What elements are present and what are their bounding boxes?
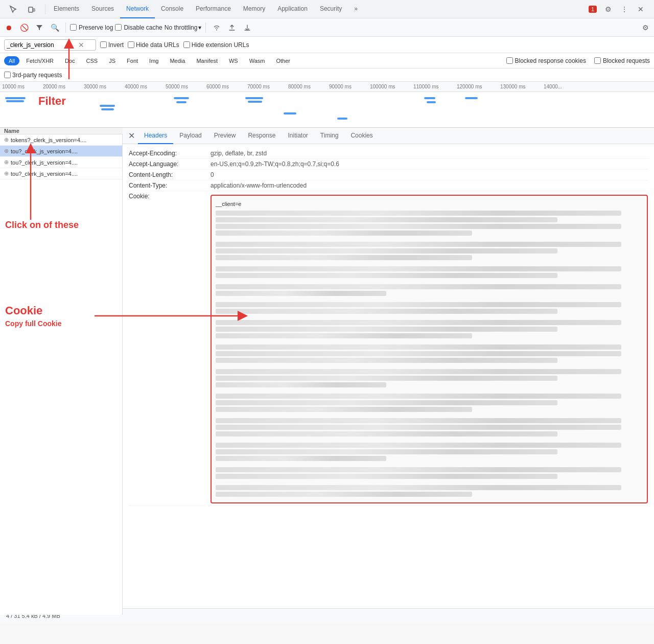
type-btn-manifest[interactable]: Manifest xyxy=(192,56,222,65)
request-item-2[interactable]: ⊕ tou?_clerk_js_version=4.... xyxy=(0,157,122,168)
cookie-blur-24 xyxy=(216,400,557,405)
cookie-first-line: __client=e xyxy=(216,200,643,209)
filter-row: ✕ Invert Hide data URLs Hide extension U… xyxy=(0,37,654,53)
filter-icon-button[interactable] xyxy=(33,21,46,34)
cookie-value-area: __client=e xyxy=(211,193,648,503)
type-btn-ws[interactable]: WS xyxy=(224,56,243,65)
tab-more[interactable]: » xyxy=(348,0,364,18)
request-icon-1: ⊕ xyxy=(4,148,9,154)
timeline-bar-1 xyxy=(5,97,26,99)
timeline-content[interactable] xyxy=(0,92,654,128)
header-value-accept-encoding: gzip, deflate, br, zstd xyxy=(211,150,648,157)
third-party-checkbox[interactable]: 3rd-party requests xyxy=(4,72,62,79)
mark-6: 60000 ms xyxy=(206,84,247,89)
mark-12: 120000 ms xyxy=(457,84,500,89)
tab-memory[interactable]: Memory xyxy=(237,0,271,18)
request-item-3[interactable]: ⊕ tou?_clerk_js_version=4.... xyxy=(0,168,122,179)
download-icon-button[interactable] xyxy=(241,21,254,34)
more-options-icon[interactable]: ⋮ xyxy=(617,2,632,16)
blocked-cookies-checkbox[interactable]: Blocked response cookies xyxy=(506,57,586,64)
cookie-box[interactable]: __client=e xyxy=(211,195,648,503)
request-item-1[interactable]: ⊕ tou?_clerk_js_version=4.... xyxy=(0,146,122,157)
mark-10: 100000 ms xyxy=(370,84,413,89)
tab-elements[interactable]: Elements xyxy=(48,0,85,18)
cookie-spacer-3 xyxy=(216,280,643,283)
tab-console[interactable]: Console xyxy=(155,0,190,18)
timeline-bar-11 xyxy=(424,97,435,99)
headers-tab-initiator[interactable]: Initiator xyxy=(282,128,314,144)
headers-tab-headers[interactable]: Headers xyxy=(138,128,173,144)
preserve-log-checkbox[interactable]: Preserve log xyxy=(70,24,113,31)
header-value-content-type: application/x-www-form-urlencoded xyxy=(211,182,648,189)
type-btn-js[interactable]: JS xyxy=(104,56,120,65)
cookie-blur-27 xyxy=(216,425,621,430)
cookie-blur-26 xyxy=(216,418,621,423)
timeline-bar-5 xyxy=(174,97,189,99)
cookie-blur-23 xyxy=(216,394,621,399)
throttle-selector[interactable]: No throttling ▾ xyxy=(165,24,202,31)
cookie-spacer-11 xyxy=(216,463,643,466)
cookie-blur-33 xyxy=(216,474,557,479)
search-button[interactable]: 🔍 xyxy=(48,21,61,34)
tab-sources[interactable]: Sources xyxy=(85,0,120,18)
type-btn-fetch-xhr[interactable]: Fetch/XHR xyxy=(21,56,58,65)
cookie-spacer-8 xyxy=(216,389,643,392)
hide-data-urls-checkbox[interactable]: Hide data URLs xyxy=(128,41,179,49)
request-list[interactable]: ⊕ tokens?_clerk_js_version=4.... ⊕ tou?_… xyxy=(0,134,123,615)
blocked-requests-checkbox[interactable]: Blocked requests xyxy=(594,57,650,64)
cookie-spacer-5 xyxy=(216,315,643,318)
device-toolbar-icon[interactable] xyxy=(25,2,39,16)
header-row-accept-encoding: Accept-Encoding: gzip, deflate, br, zstd xyxy=(129,148,648,159)
tab-performance[interactable]: Performance xyxy=(190,0,237,18)
cookie-blur-34 xyxy=(216,485,621,490)
timeline-bar-12 xyxy=(427,101,436,103)
request-item-0[interactable]: ⊕ tokens?_clerk_js_version=4.... xyxy=(0,134,122,146)
type-btn-wasm[interactable]: Wasm xyxy=(245,56,270,65)
headers-tab-response[interactable]: Response xyxy=(242,128,282,144)
type-filter-row: All Fetch/XHR Doc CSS JS Font Img Media … xyxy=(0,53,654,68)
clear-button[interactable]: 🚫 xyxy=(17,21,31,34)
mark-7: 70000 ms xyxy=(247,84,288,89)
settings-icon[interactable]: ⚙ xyxy=(601,2,615,16)
disable-cache-checkbox[interactable]: Disable cache xyxy=(115,24,162,31)
filter-input[interactable] xyxy=(7,41,78,49)
headers-tab-payload[interactable]: Payload xyxy=(173,128,207,144)
headers-tab-timing[interactable]: Timing xyxy=(314,128,345,144)
close-headers-button[interactable]: ✕ xyxy=(125,129,138,143)
network-settings-button[interactable]: ⚙ xyxy=(639,21,652,34)
mark-8: 80000 ms xyxy=(288,84,329,89)
header-name-content-type: Content-Type: xyxy=(129,182,211,189)
header-row-accept-language: Accept-Language: en-US,en;q=0.9,zh-TW;q=… xyxy=(129,159,648,170)
header-name-accept-encoding: Accept-Encoding: xyxy=(129,150,211,157)
headers-tab-preview[interactable]: Preview xyxy=(208,128,242,144)
timeline-ruler: 10000 ms 20000 ms 30000 ms 40000 ms 5000… xyxy=(0,82,654,92)
type-btn-all[interactable]: All xyxy=(4,56,19,65)
type-btn-media[interactable]: Media xyxy=(165,56,190,65)
invert-checkbox[interactable]: Invert xyxy=(100,41,124,49)
cookie-blur-10 xyxy=(216,284,621,289)
cookie-blur-30 xyxy=(216,449,557,454)
timeline-bar-8 xyxy=(248,101,262,103)
devtools-tab-bar: Elements Sources Network Console Perform… xyxy=(0,0,654,18)
type-btn-css[interactable]: CSS xyxy=(82,56,103,65)
inspect-icon[interactable] xyxy=(6,2,20,16)
tab-security[interactable]: Security xyxy=(314,0,348,18)
cookie-spacer-4 xyxy=(216,297,643,301)
type-btn-img[interactable]: Img xyxy=(145,56,163,65)
close-devtools-icon[interactable]: ✕ xyxy=(634,2,648,16)
tab-application[interactable]: Application xyxy=(271,0,314,18)
headers-panel: ✕ Headers Payload Preview Response Initi… xyxy=(123,128,654,608)
type-btn-font[interactable]: Font xyxy=(122,56,143,65)
cookie-spacer-6 xyxy=(216,340,643,343)
type-btn-other[interactable]: Other xyxy=(271,56,295,65)
record-button[interactable]: ⏺ xyxy=(2,21,15,34)
cookie-blur-3 xyxy=(216,224,621,229)
request-icon-3: ⊕ xyxy=(4,170,9,177)
type-btn-doc[interactable]: Doc xyxy=(60,56,80,65)
upload-icon-button[interactable] xyxy=(225,21,239,34)
wifi-icon-button[interactable] xyxy=(210,21,223,34)
filter-clear-button[interactable]: ✕ xyxy=(78,41,84,49)
hide-ext-urls-checkbox[interactable]: Hide extension URLs xyxy=(183,41,249,49)
headers-tab-cookies[interactable]: Cookies xyxy=(344,128,379,144)
tab-network[interactable]: Network xyxy=(120,0,155,18)
